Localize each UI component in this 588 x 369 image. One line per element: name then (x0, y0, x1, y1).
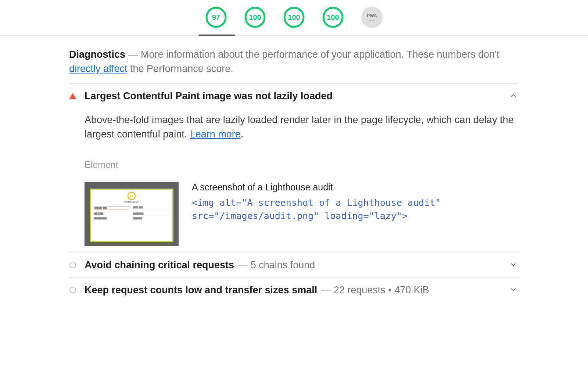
score-seo[interactable]: 100 (322, 7, 344, 28)
score-header: 97 100 100 100 PWA (0, 0, 588, 36)
element-info: A screenshot of a Lighthouse audit <img … (192, 182, 519, 223)
score-accessibility[interactable]: 100 (244, 7, 266, 28)
score-value: 100 (327, 13, 339, 22)
audit-description: Above-the-fold images that are lazily lo… (85, 113, 519, 141)
directly-affect-link[interactable]: directly affect (69, 63, 128, 74)
element-row: 73 Performance ██████ ███████ ███ ███ ██… (85, 182, 519, 246)
audit-header[interactable]: Largest Contentful Paint image was not l… (69, 90, 519, 102)
neutral-circle-icon (69, 262, 76, 268)
score-best-practices[interactable]: 100 (283, 7, 305, 28)
chevron-down-icon (511, 261, 519, 269)
diagnostics-heading: Diagnostics — More information about the… (69, 47, 519, 76)
score-value: 100 (249, 13, 261, 22)
audit-body: Above-the-fold images that are lazily lo… (69, 102, 519, 246)
score-value: 100 (288, 13, 300, 22)
chevron-down-icon (511, 286, 519, 294)
warning-triangle-icon (69, 93, 76, 99)
score-performance[interactable]: 97 (205, 7, 227, 28)
learn-more-link[interactable]: Learn more (190, 129, 241, 140)
active-tab-underline (199, 35, 235, 36)
audit-header[interactable]: Avoid chaining critical requests — 5 cha… (69, 259, 519, 271)
neutral-circle-icon (69, 287, 76, 293)
element-caption: A screenshot of a Lighthouse audit (192, 182, 519, 193)
audit-lcp-lazy: Largest Contentful Paint image was not l… (69, 83, 519, 252)
diagnostics-title: Diagnostics (69, 49, 125, 60)
audit-request-counts: Keep request counts low and transfer siz… (69, 277, 519, 302)
audit-title: Largest Contentful Paint image was not l… (85, 90, 503, 102)
chevron-up-icon (511, 92, 519, 100)
pwa-bar-icon (369, 20, 375, 21)
audit-chain-requests: Avoid chaining critical requests — 5 cha… (69, 252, 519, 277)
score-pwa[interactable]: PWA (361, 7, 383, 28)
pwa-label: PWA (367, 13, 377, 18)
element-thumbnail: 73 Performance ██████ ███████ ███ ███ ██… (85, 182, 179, 246)
element-label: Element (85, 160, 519, 170)
content-area: Diagnostics — More information about the… (66, 36, 522, 302)
audit-title: Avoid chaining critical requests — 5 cha… (85, 259, 503, 271)
audit-header[interactable]: Keep request counts low and transfer siz… (69, 284, 519, 296)
element-code: <img alt="A screenshot of a Lighthouse a… (192, 196, 519, 223)
score-value: 97 (212, 13, 220, 22)
audit-title: Keep request counts low and transfer siz… (85, 284, 503, 296)
